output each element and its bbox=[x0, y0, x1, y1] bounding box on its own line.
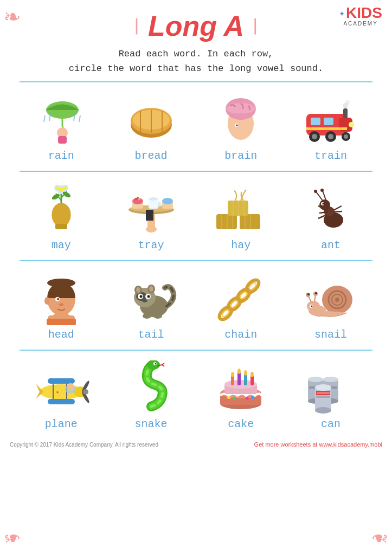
svg-rect-28 bbox=[343, 108, 348, 118]
svg-point-99 bbox=[136, 287, 140, 293]
svg-rect-20 bbox=[311, 118, 320, 125]
list-item: tail bbox=[116, 271, 187, 341]
svg-point-167 bbox=[323, 377, 338, 382]
list-item: hay bbox=[205, 182, 276, 251]
svg-point-17 bbox=[236, 124, 238, 126]
footer: Copyright © 2017 Kids Academy Company. A… bbox=[0, 438, 392, 450]
svg-text:★: ★ bbox=[56, 389, 59, 395]
rain-image bbox=[31, 92, 91, 146]
svg-line-7 bbox=[79, 115, 80, 122]
word-tray: tray bbox=[138, 239, 164, 251]
logo-academy: ACADEMY bbox=[343, 21, 377, 27]
svg-point-119 bbox=[307, 301, 320, 312]
svg-rect-21 bbox=[324, 118, 333, 125]
list-item: ant bbox=[295, 182, 366, 251]
svg-rect-173 bbox=[316, 396, 330, 398]
svg-point-140 bbox=[67, 383, 74, 391]
word-hay: hay bbox=[231, 239, 250, 251]
page-title: Long A bbox=[148, 10, 244, 42]
svg-rect-31 bbox=[306, 127, 347, 130]
word-row-3: head bbox=[0, 264, 392, 346]
title-row: ❘ Long A ❘ bbox=[0, 10, 392, 42]
list-item: can bbox=[295, 360, 366, 430]
svg-point-122 bbox=[307, 293, 310, 295]
svg-rect-175 bbox=[317, 392, 330, 394]
logo-star-icon: ✦ bbox=[339, 7, 345, 19]
word-head: head bbox=[48, 328, 74, 341]
svg-rect-152 bbox=[244, 374, 247, 385]
svg-point-41 bbox=[56, 186, 59, 190]
svg-point-32 bbox=[349, 122, 354, 127]
svg-point-58 bbox=[162, 198, 173, 204]
word-brain: brain bbox=[224, 150, 257, 162]
svg-point-90 bbox=[44, 297, 50, 305]
divider-1 bbox=[20, 81, 372, 82]
head-image bbox=[31, 271, 91, 325]
word-row-4: ★ plane snake bbox=[0, 354, 392, 436]
svg-point-46 bbox=[146, 226, 157, 233]
tray-image bbox=[121, 182, 181, 236]
svg-line-74 bbox=[316, 192, 323, 201]
ant-image bbox=[301, 182, 361, 236]
header: ❘ Long A ❘ ✦ KIDS ACADEMY bbox=[0, 0, 392, 47]
svg-point-105 bbox=[142, 299, 147, 302]
svg-point-125 bbox=[315, 292, 317, 294]
svg-rect-133 bbox=[48, 399, 75, 404]
list-item: snake bbox=[116, 360, 187, 430]
svg-point-138 bbox=[83, 389, 88, 395]
word-row-1: rain bread bbox=[0, 86, 392, 167]
word-can: can bbox=[321, 418, 340, 430]
svg-point-25 bbox=[328, 134, 333, 139]
bread-image bbox=[121, 92, 181, 146]
svg-line-4 bbox=[44, 115, 45, 122]
svg-rect-61 bbox=[240, 214, 260, 229]
svg-point-158 bbox=[227, 396, 230, 399]
svg-point-172 bbox=[315, 407, 331, 414]
svg-point-171 bbox=[315, 384, 331, 391]
svg-point-156 bbox=[244, 370, 247, 376]
word-snail: snail bbox=[314, 328, 347, 341]
svg-point-89 bbox=[47, 279, 75, 287]
svg-rect-60 bbox=[216, 214, 237, 229]
svg-point-55 bbox=[149, 197, 158, 201]
svg-line-76 bbox=[323, 191, 326, 200]
divider-4 bbox=[20, 350, 372, 351]
svg-point-144 bbox=[155, 363, 157, 365]
svg-point-163 bbox=[308, 377, 323, 382]
list-item: tray bbox=[116, 182, 187, 251]
svg-point-107 bbox=[153, 313, 162, 319]
svg-point-157 bbox=[250, 372, 254, 377]
svg-point-102 bbox=[139, 295, 142, 298]
list-item: snail bbox=[295, 271, 366, 341]
corner-curl-bl: ❧ bbox=[4, 525, 20, 551]
svg-point-30 bbox=[345, 100, 350, 105]
svg-rect-3 bbox=[58, 136, 67, 144]
logo-kids: KIDS bbox=[346, 5, 382, 21]
svg-point-155 bbox=[237, 369, 241, 374]
svg-point-100 bbox=[149, 286, 153, 292]
subtitle: Read each word. In each row, circle the … bbox=[0, 47, 392, 76]
title-deco-right: ❘ bbox=[249, 14, 261, 38]
svg-rect-59 bbox=[146, 210, 153, 221]
list-item: chain bbox=[205, 271, 276, 341]
svg-rect-151 bbox=[237, 372, 241, 385]
list-item: cake bbox=[205, 360, 276, 430]
svg-point-40 bbox=[59, 188, 63, 192]
list-item: bread bbox=[116, 92, 187, 162]
list-item: head bbox=[26, 271, 97, 341]
svg-point-106 bbox=[143, 313, 151, 319]
svg-point-77 bbox=[320, 189, 324, 192]
svg-rect-33 bbox=[55, 224, 67, 229]
svg-point-104 bbox=[147, 295, 150, 298]
brain-image bbox=[211, 92, 271, 146]
svg-point-161 bbox=[251, 396, 254, 399]
snail-image bbox=[301, 271, 361, 325]
footer-website: Get more worksheets at www.kidsacademy.m… bbox=[254, 441, 382, 448]
divider-3 bbox=[20, 260, 372, 261]
list-item: train bbox=[295, 92, 366, 162]
svg-line-84 bbox=[333, 211, 342, 212]
cake-image bbox=[211, 360, 271, 415]
word-may: may bbox=[52, 239, 71, 251]
word-tail: tail bbox=[138, 328, 164, 341]
may-image bbox=[31, 182, 91, 236]
